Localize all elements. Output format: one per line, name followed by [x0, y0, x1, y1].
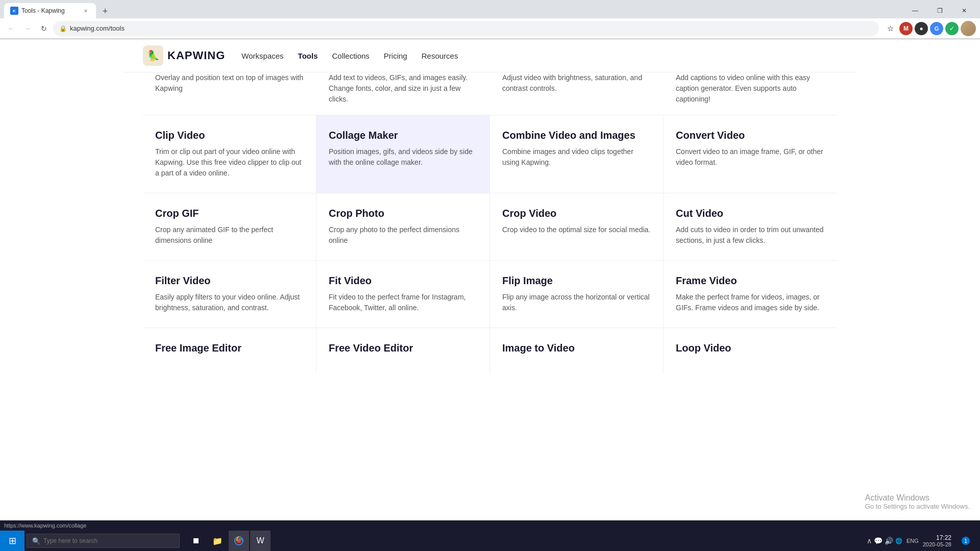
new-tab-button[interactable]: +: [98, 4, 112, 18]
tool-card-cut-video[interactable]: Cut Video Add cuts to video in order to …: [664, 193, 837, 261]
tab-title: Tools - Kapwing: [21, 7, 79, 14]
nav-collections[interactable]: Collections: [332, 52, 369, 60]
tool-card-filter-video[interactable]: Filter Video Easily apply filters to you…: [143, 261, 316, 328]
tool-card-crop-gif[interactable]: Crop GIF Crop any animated GIF to the pe…: [143, 193, 316, 261]
start-button[interactable]: ⊞: [0, 531, 24, 531]
lock-icon: 🔒: [59, 25, 67, 32]
extension-google-icon[interactable]: G: [930, 22, 943, 35]
tool-card-flip-image[interactable]: Flip Image Flip any image across the hor…: [490, 261, 664, 328]
partial-card-4: Add captions to video online with this e…: [664, 72, 837, 115]
bookmark-button[interactable]: ☆: [883, 21, 897, 36]
browser-tab[interactable]: K Tools - Kapwing ×: [4, 3, 96, 18]
taskbar-system-area: ∧ 💬 🔊 🌐 ENG 17:22 2020-05-28 1: [867, 531, 980, 531]
nav-tools[interactable]: Tools: [298, 52, 318, 60]
taskbar-pinned-apps: ⏹ 📁 W: [186, 531, 271, 531]
address-bar[interactable]: 🔒: [53, 21, 879, 36]
tool-card-frame-video[interactable]: Frame Video Make the perfect frame for v…: [664, 261, 837, 328]
tool-card-combine-video[interactable]: Combine Video and Images Combine images …: [490, 115, 664, 193]
refresh-button[interactable]: ↻: [37, 21, 51, 36]
profile-avatar[interactable]: [961, 21, 976, 36]
tool-card-image-to-video[interactable]: Image to Video: [490, 328, 664, 373]
notification-center-button[interactable]: 1: [955, 531, 976, 531]
chrome-taskbar-button[interactable]: [229, 531, 249, 531]
tool-card-crop-photo[interactable]: Crop Photo Crop any photo to the perfect…: [316, 193, 490, 261]
tool-card-loop-video[interactable]: Loop Video: [664, 328, 837, 373]
back-button[interactable]: ←: [4, 21, 18, 36]
tool-card-convert-video[interactable]: Convert Video Convert video to an image …: [664, 115, 837, 193]
tool-card-collage-maker[interactable]: Collage Maker Position images, gifs, and…: [316, 115, 490, 193]
status-url: https://www.kapwing.com/collage: [4, 522, 86, 529]
maximize-button[interactable]: ❐: [928, 4, 951, 18]
partial-top-row: Overlay and position text on top of imag…: [143, 72, 837, 115]
nav-resources[interactable]: Resources: [422, 52, 458, 60]
tool-card-clip-video[interactable]: Clip Video Trim or clip out part of your…: [143, 115, 316, 193]
logo-icon: 🦜: [143, 45, 163, 66]
close-button[interactable]: ✕: [952, 4, 976, 18]
logo-text: KAPWING: [167, 49, 225, 62]
tool-card-free-video-editor[interactable]: Free Video Editor: [316, 328, 490, 373]
tool-grid: Clip Video Trim or clip out part of your…: [143, 115, 837, 373]
nav-workspaces[interactable]: Workspaces: [241, 52, 283, 60]
activate-windows-watermark: Activate Windows Go to Settings to activ…: [865, 493, 970, 510]
site-navigation: 🦜 KAPWING Workspaces Tools Collections P…: [122, 39, 857, 72]
extension-mail-icon[interactable]: M: [899, 22, 913, 35]
minimize-button[interactable]: —: [903, 4, 927, 18]
browser-toolbar: ← → ↻ 🔒 ☆ M ● G ✓: [0, 18, 980, 39]
tool-card-free-image-editor[interactable]: Free Image Editor: [143, 328, 316, 373]
tab-close-button[interactable]: ×: [82, 7, 90, 15]
extension-check-icon[interactable]: ✓: [945, 22, 959, 35]
partial-card-1: Overlay and position text on top of imag…: [143, 72, 316, 115]
task-view-button[interactable]: ⏹: [186, 531, 206, 531]
logo[interactable]: 🦜 KAPWING: [143, 45, 225, 66]
url-input[interactable]: [70, 24, 873, 32]
tool-card-crop-video[interactable]: Crop Video Crop video to the optimal siz…: [490, 193, 664, 261]
content-area: Overlay and position text on top of imag…: [122, 72, 857, 531]
extension-dark-icon[interactable]: ●: [915, 22, 928, 35]
status-bar: https://www.kapwing.com/collage: [0, 520, 980, 531]
taskbar: ⊞ 🔍 ⏹ 📁 W ∧ 💬 🔊 🌐 ENG 17:22 2: [0, 531, 980, 531]
nav-links: Workspaces Tools Collections Pricing Res…: [241, 52, 458, 60]
partial-card-3: Adjust video with brightness, saturation…: [490, 72, 664, 115]
tool-card-fit-video[interactable]: Fit Video Fit video to the perfect frame…: [316, 261, 490, 328]
word-taskbar-button[interactable]: W: [250, 531, 271, 531]
file-explorer-button[interactable]: 📁: [207, 531, 228, 531]
nav-pricing[interactable]: Pricing: [384, 52, 407, 60]
forward-button[interactable]: →: [20, 21, 35, 36]
tab-favicon: K: [10, 7, 18, 15]
partial-card-2: Add text to videos, GIFs, and images eas…: [316, 72, 490, 115]
